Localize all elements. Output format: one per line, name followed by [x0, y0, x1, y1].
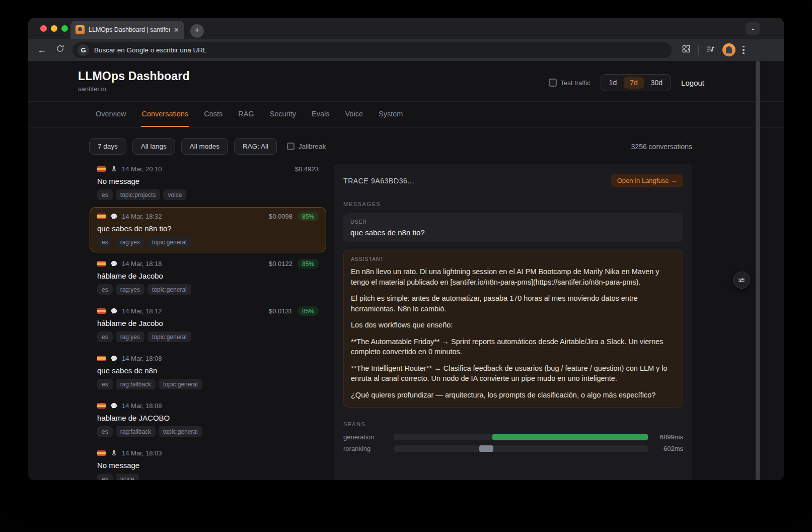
filter-button-all-modes[interactable]: All modes	[181, 138, 228, 155]
conversation-list-item[interactable]: 14 Mar, 18:08 hablame de JACOBO esrag:fa…	[90, 396, 326, 442]
conversation-date: 14 Mar, 18:08	[122, 355, 162, 362]
extensions-icon[interactable]	[682, 44, 691, 56]
tag-chip: es	[97, 426, 113, 437]
logout-button[interactable]: Logout	[681, 79, 704, 87]
browser-menu-icon[interactable]	[743, 46, 745, 54]
conversation-title: háblame de Jacobo	[97, 319, 319, 327]
tab-voice[interactable]: Voice	[344, 102, 363, 127]
trace-title: TRACE 9A63BD36...	[343, 177, 414, 185]
open-in-langfuse-button[interactable]: Open in Langfuse →	[611, 174, 683, 187]
tag-chip: topic:general	[147, 331, 191, 342]
user-message-card: USER que sabes de n8n tio?	[343, 213, 683, 242]
conversation-list-item[interactable]: 14 Mar, 18:08 que sabes de n8n esrag:fal…	[90, 349, 326, 394]
filter-button-7-days[interactable]: 7 days	[89, 138, 126, 155]
spans-list: generation 6899ms reranking 602ms	[343, 433, 683, 452]
chat-bubble-icon	[110, 213, 118, 221]
conversation-cost: $0.0122	[269, 260, 292, 268]
score-badge: 85%	[298, 212, 319, 221]
floating-settings-button[interactable]	[733, 272, 750, 289]
toolbar-right	[682, 43, 745, 56]
tag-chip: es	[97, 237, 113, 247]
back-button[interactable]: ←	[36, 45, 47, 55]
conversation-tags: esrag:fallbacktopic:general	[97, 426, 319, 437]
conversation-date: 14 Mar, 18:12	[122, 307, 162, 315]
assistant-paragraph: En n8n llevo un rato. Di una lightning s…	[351, 267, 676, 287]
browser-tab[interactable]: LLMOps Dashboard | santifer.io ✕	[70, 21, 184, 39]
conversation-tags: esrag:yestopic:general	[97, 284, 319, 295]
assistant-paragraph: Los dos workflows que enseño:	[351, 320, 676, 330]
conversation-date: 14 Mar, 18:03	[122, 449, 162, 457]
dashboard-page: LLMOps Dashboard santifer.io Test traffi…	[28, 61, 784, 480]
close-window-button[interactable]	[40, 25, 47, 32]
tab-search-chevron-icon[interactable]: ⌄	[746, 22, 760, 35]
microphone-icon	[110, 449, 118, 457]
tab-system[interactable]: System	[378, 102, 403, 127]
page-subtitle: santifer.io	[78, 85, 106, 93]
chat-bubble-icon	[110, 355, 118, 363]
browser-toolbar: ← G Buscar en Google o escribir una URL	[28, 39, 784, 61]
tag-chip: topic:general	[159, 379, 202, 389]
test-traffic-toggle[interactable]: Test traffic	[549, 79, 590, 87]
tag-chip: rag:yes	[116, 331, 144, 342]
tab-overview[interactable]: Overview	[95, 102, 126, 127]
tab-security[interactable]: Security	[269, 102, 297, 127]
range-option-30d[interactable]: 30d	[645, 77, 669, 89]
jailbreak-toggle[interactable]: Jailbreak	[287, 143, 326, 150]
dashboard-tabs: OverviewConversationsCostsRAGSecurityEva…	[28, 102, 784, 127]
conversation-title: hablame de JACOBO	[97, 414, 319, 422]
span-duration-bar	[492, 434, 648, 440]
tab-costs[interactable]: Costs	[203, 102, 223, 127]
test-traffic-checkbox[interactable]	[549, 79, 557, 87]
close-tab-icon[interactable]: ✕	[174, 26, 179, 34]
user-role-label: USER	[350, 219, 676, 225]
conversation-list: 14 Mar, 20:10 $0.4923 No message estopic…	[90, 160, 326, 480]
tag-chip: es	[97, 284, 113, 295]
profile-avatar[interactable]	[722, 43, 735, 56]
score-badge: 85%	[298, 259, 319, 269]
conversation-list-item[interactable]: 14 Mar, 18:32 $0.0098 85% que sabes de n…	[90, 207, 326, 252]
header-controls: Test traffic 1d7d30d Logout	[549, 74, 704, 91]
filter-button-rag-all[interactable]: RAG: All	[234, 138, 277, 155]
conversation-date: 14 Mar, 18:18	[122, 260, 162, 268]
range-option-1d[interactable]: 1d	[603, 77, 623, 89]
range-option-7d[interactable]: 7d	[624, 77, 644, 89]
spain-flag-icon	[97, 450, 106, 456]
window-controls	[40, 25, 68, 32]
messages-section-label: MESSAGES	[343, 201, 683, 207]
tab-conversations[interactable]: Conversations	[141, 102, 189, 127]
conversation-list-item[interactable]: 14 Mar, 18:03 No message esvoice	[90, 444, 326, 480]
span-name: reranking	[343, 445, 394, 452]
media-controls-icon[interactable]	[706, 44, 715, 56]
minimize-window-button[interactable]	[51, 25, 57, 32]
maximize-window-button[interactable]	[61, 25, 68, 32]
conversation-list-item[interactable]: 14 Mar, 18:12 $0.0131 85% háblame de Jac…	[90, 302, 326, 347]
conversation-date: 14 Mar, 18:32	[122, 213, 162, 220]
spain-flag-icon	[97, 308, 106, 314]
conversation-list-item[interactable]: 14 Mar, 18:18 $0.0122 85% háblame de Jac…	[90, 254, 326, 300]
span-row: reranking 602ms	[343, 445, 683, 452]
tab-evals[interactable]: Evals	[311, 102, 330, 127]
test-traffic-label: Test traffic	[561, 79, 590, 87]
conversation-list-item[interactable]: 14 Mar, 20:10 $0.4923 No message estopic…	[90, 160, 326, 205]
url-bar[interactable]: G Buscar en Google o escribir una URL	[72, 42, 672, 58]
assistant-paragraph: **The Intelligent Router** → Clasifica f…	[351, 363, 676, 384]
conversation-tags: esvoice	[97, 474, 319, 480]
conversation-tags: esrag:yestopic:general	[97, 331, 319, 342]
chat-bubble-icon	[110, 260, 118, 268]
conversation-tags: esrag:fallbacktopic:general	[97, 379, 319, 389]
conversation-date: 14 Mar, 18:08	[122, 402, 162, 410]
span-timeline-track	[394, 445, 648, 452]
filter-button-all-langs[interactable]: All langs	[132, 138, 175, 155]
jailbreak-checkbox[interactable]	[287, 143, 294, 150]
tab-rag[interactable]: RAG	[238, 102, 254, 127]
new-tab-button[interactable]: +	[190, 24, 204, 38]
page-scrollbar[interactable]	[756, 61, 760, 480]
assistant-message-text: En n8n llevo un rato. Di una lightning s…	[351, 267, 676, 400]
reload-button[interactable]	[54, 44, 65, 55]
span-duration-bar	[479, 445, 493, 452]
url-placeholder-text: Buscar en Google o escribir una URL	[94, 46, 207, 54]
tag-chip: rag:yes	[116, 237, 144, 247]
google-icon: G	[78, 44, 89, 56]
span-duration-value: 602ms	[654, 445, 683, 452]
spain-flag-icon	[97, 403, 106, 409]
